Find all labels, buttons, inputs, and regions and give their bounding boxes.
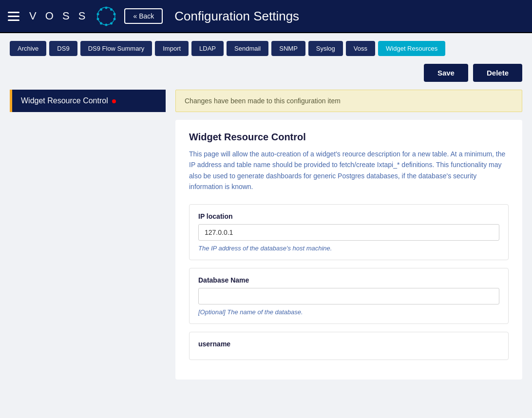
sidebar: Widget Resource Control [10, 90, 166, 380]
ip-location-hint: The IP address of the database's host ma… [198, 245, 499, 252]
svg-point-5 [110, 22, 113, 25]
svg-point-9 [97, 13, 99, 16]
tab-syslog[interactable]: Syslog [308, 41, 343, 56]
content-layout: Widget Resource Control Changes have bee… [10, 90, 522, 380]
sidebar-item-widget-resource-control[interactable]: Widget Resource Control [10, 90, 166, 112]
change-notice-text: Changes have been made to this configura… [185, 97, 341, 105]
field-section-ip-location: IP location The IP address of the databa… [189, 204, 509, 260]
tab-widget-resources[interactable]: Widget Resources [378, 41, 445, 56]
svg-point-8 [97, 18, 99, 20]
database-name-label: Database Name [198, 276, 499, 284]
svg-point-10 [100, 8, 102, 11]
back-button[interactable]: « Back [124, 8, 163, 24]
tab-ldap[interactable]: LDAP [191, 41, 224, 56]
delete-button[interactable]: Delete [473, 64, 522, 82]
tab-voss[interactable]: Voss [346, 41, 375, 56]
field-section-username: username [189, 332, 509, 360]
logo-text: V O S S [29, 10, 88, 22]
form-card-title: Widget Resource Control [189, 132, 509, 143]
tab-import[interactable]: Import [155, 41, 189, 56]
svg-point-7 [100, 22, 102, 25]
header: V O S S « Back Configuration Settings [0, 0, 532, 33]
tab-archive[interactable]: Archive [10, 41, 46, 56]
svg-point-2 [110, 8, 113, 11]
tab-sendmail[interactable]: Sendmail [227, 41, 268, 56]
form-card: Widget Resource Control This page will a… [175, 120, 522, 380]
tab-navigation: Archive DS9 DS9 Flow Summary Import LDAP… [10, 41, 522, 56]
database-name-hint: [Optional] The name of the database. [198, 308, 499, 316]
tab-snmp[interactable]: SNMP [271, 41, 305, 56]
ip-location-input[interactable] [198, 224, 499, 241]
svg-point-4 [114, 18, 116, 20]
database-name-input[interactable] [198, 288, 499, 304]
change-indicator-dot [112, 99, 116, 103]
main-panel: Changes have been made to this configura… [166, 90, 522, 380]
svg-point-6 [105, 24, 108, 26]
form-description: This page will allow the auto-creation o… [189, 149, 509, 192]
svg-point-3 [114, 13, 116, 16]
sidebar-item-label: Widget Resource Control [21, 96, 108, 105]
menu-icon[interactable] [8, 12, 19, 21]
field-section-database-name: Database Name [Optional] The name of the… [189, 268, 509, 324]
change-notice: Changes have been made to this configura… [175, 90, 522, 112]
ip-location-label: IP location [198, 212, 499, 220]
page-title: Configuration Settings [174, 9, 299, 24]
voss-logo-icon [96, 6, 116, 26]
action-row: Save Delete [10, 64, 522, 82]
svg-point-1 [105, 7, 108, 9]
save-button[interactable]: Save [424, 64, 468, 82]
tab-ds9-flow-summary[interactable]: DS9 Flow Summary [80, 41, 152, 56]
tab-ds9[interactable]: DS9 [49, 41, 77, 56]
main-content: Archive DS9 DS9 Flow Summary Import LDAP… [0, 33, 532, 418]
username-label: username [198, 340, 499, 348]
